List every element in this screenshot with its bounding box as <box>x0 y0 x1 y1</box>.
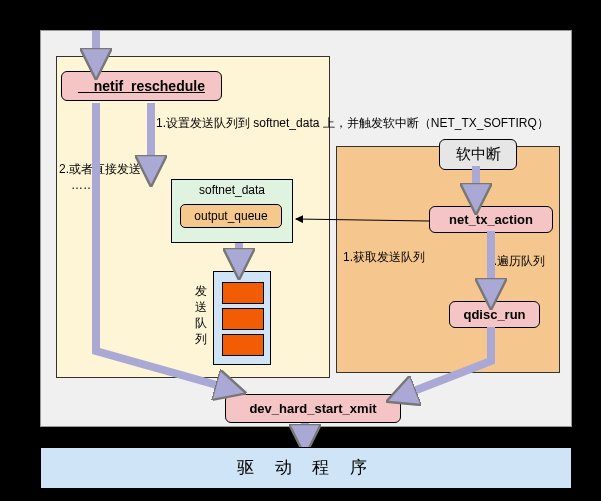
bottom-arrow-layer <box>0 0 601 501</box>
driver-layer: 驱 动 程 序 <box>40 447 572 489</box>
driver-label: 驱 动 程 序 <box>237 458 375 477</box>
